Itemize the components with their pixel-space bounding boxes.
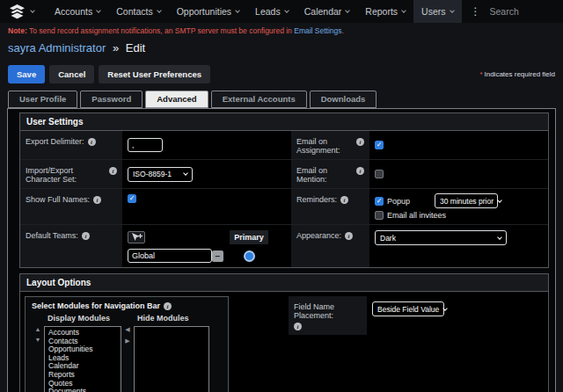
- chevron-down-icon: [497, 235, 502, 240]
- appearance-value-cell: Dark: [369, 224, 548, 267]
- layout-options-panel: Layout Options Select Modules for Naviga…: [19, 273, 549, 392]
- user-settings-panel: User Settings Export Delimiter: i Email …: [19, 113, 549, 268]
- cancel-button[interactable]: Cancel: [49, 65, 94, 83]
- nav-item-accounts[interactable]: Accounts: [47, 0, 108, 23]
- required-text: Indicates required field: [485, 70, 556, 78]
- field-name-placement-selected-value: Beside Field Value: [377, 305, 439, 314]
- field-name-placement-label-cell: Field Name Placement: i: [289, 296, 367, 335]
- email-on-mention-label-cell: Email on Mention: i: [291, 159, 369, 188]
- popup-reminder-checkbox[interactable]: ✓: [375, 197, 384, 206]
- charset-label-cell: Import/Export Character Set: i: [20, 159, 122, 188]
- breadcrumb: sayra Administrator » Edit: [0, 35, 563, 54]
- nav-item-reports[interactable]: Reports: [357, 0, 413, 23]
- more-modules-kebab-icon[interactable]: ⋮: [462, 5, 490, 18]
- display-modules-listbox[interactable]: Accounts Contacts Opportunities Leads Ca…: [44, 326, 121, 392]
- app-logo-layers-icon[interactable]: [9, 4, 26, 19]
- nav-item-calendar[interactable]: Calendar: [296, 0, 358, 23]
- email-all-invitees-checkbox[interactable]: [375, 211, 384, 220]
- charset-selected-value: ISO-8859-1: [133, 170, 172, 178]
- nav-item-opportunities[interactable]: Opportunities: [169, 0, 247, 23]
- field-name-placement-select[interactable]: Beside Field Value: [372, 301, 444, 316]
- export-delimiter-value-cell: [122, 131, 291, 159]
- email-on-mention-checkbox[interactable]: [375, 170, 384, 178]
- info-icon[interactable]: i: [356, 167, 364, 175]
- info-icon[interactable]: i: [356, 138, 364, 146]
- list-item[interactable]: Documents: [45, 388, 121, 392]
- field-label: Appearance:: [296, 231, 341, 240]
- info-icon[interactable]: i: [345, 232, 353, 240]
- nav-item-leads[interactable]: Leads: [247, 0, 296, 23]
- move-down-icon[interactable]: ▼: [35, 337, 41, 343]
- field-label: Field Name Placement:: [294, 302, 362, 320]
- field-label: Export Delimiter:: [26, 137, 84, 146]
- appearance-selected-value: Dark: [380, 234, 396, 243]
- team-name-input[interactable]: [128, 249, 212, 263]
- primary-team-radio[interactable]: [245, 252, 253, 260]
- search-input[interactable]: [490, 6, 563, 17]
- export-delimiter-label-cell: Export Delimiter: i: [20, 131, 122, 159]
- popup-timing-select[interactable]: 30 minutes prior: [435, 193, 498, 208]
- info-icon[interactable]: i: [294, 323, 302, 330]
- nav-item-label: Opportunities: [177, 6, 231, 17]
- email-on-assignment-value-cell: ✓: [369, 131, 548, 159]
- charset-select[interactable]: ISO-8859-1: [128, 167, 193, 182]
- export-delimiter-input[interactable]: [128, 138, 163, 152]
- advanced-tab-content: User Settings Export Delimiter: i Email …: [7, 108, 556, 392]
- field-name-placement-row: Field Name Placement: i Beside Field Val…: [289, 296, 450, 335]
- info-icon[interactable]: i: [164, 302, 172, 310]
- tab-external-accounts[interactable]: External Accounts: [211, 91, 307, 108]
- tab-downloads[interactable]: Downloads: [310, 91, 377, 108]
- info-icon[interactable]: i: [109, 167, 117, 175]
- nav-item-users[interactable]: Users: [413, 0, 461, 23]
- required-asterisk: *: [479, 70, 482, 78]
- appearance-label-cell: Appearance: i: [291, 224, 369, 267]
- tab-password[interactable]: Password: [80, 91, 143, 108]
- info-icon[interactable]: i: [93, 196, 101, 204]
- info-icon[interactable]: i: [82, 232, 90, 240]
- email-all-invitees-label: Email all invitees: [387, 211, 446, 220]
- remove-team-button[interactable]: −: [212, 250, 223, 262]
- save-button[interactable]: Save: [8, 65, 45, 83]
- chevron-down-icon: [345, 8, 350, 13]
- email-on-assignment-label-cell: Email on Assignment: i: [291, 131, 369, 159]
- tab-advanced[interactable]: Advanced: [145, 91, 208, 108]
- popup-timing-selected-value: 30 minutes prior: [440, 197, 494, 206]
- hide-modules-listbox[interactable]: [134, 326, 209, 392]
- info-icon[interactable]: i: [340, 196, 348, 204]
- edit-toolbar: Save Cancel Reset User Preferences *Indi…: [0, 54, 563, 83]
- chevron-down-icon: [183, 171, 188, 176]
- add-team-button[interactable]: [128, 231, 145, 243]
- reminders-value-cell: ✓ Popup 30 minutes prior Email all invit…: [369, 188, 548, 224]
- move-up-icon[interactable]: ▲: [35, 326, 41, 332]
- email-on-mention-value-cell: [369, 159, 548, 188]
- display-modules-label: Display Modules: [48, 314, 121, 323]
- nav-item-label: Contacts: [116, 6, 152, 17]
- reset-user-preferences-button[interactable]: Reset User Preferences: [99, 65, 210, 83]
- info-icon[interactable]: i: [88, 138, 96, 146]
- charset-value-cell: ISO-8859-1: [122, 159, 291, 188]
- layout-options-title: Layout Options: [20, 274, 548, 292]
- field-label: Email on Assignment:: [296, 137, 353, 155]
- tab-user-profile[interactable]: User Profile: [8, 91, 77, 108]
- move-right-icon[interactable]: ▶: [125, 338, 129, 345]
- move-left-icon[interactable]: ◀: [125, 326, 129, 333]
- required-field-note: *Indicates required field: [479, 70, 555, 78]
- breadcrumb-record-link[interactable]: sayra Administrator: [8, 41, 106, 54]
- select-modules-title: Select Modules for Navigation Bar: [32, 301, 160, 310]
- field-label: Email on Mention:: [296, 166, 353, 184]
- field-label: Default Teams:: [26, 231, 78, 240]
- nav-item-contacts[interactable]: Contacts: [108, 0, 168, 23]
- email-on-assignment-checkbox[interactable]: ✓: [375, 141, 384, 149]
- popup-reminder-label: Popup: [387, 197, 410, 206]
- default-teams-label-cell: Default Teams: i: [20, 224, 122, 267]
- email-settings-link[interactable]: Email Settings: [294, 26, 341, 35]
- field-name-placement-value-cell: Beside Field Value: [367, 296, 450, 321]
- layout-options-body: Select Modules for Navigation Bar i ▲ ▼ …: [20, 292, 548, 392]
- nav-item-label: Calendar: [304, 6, 342, 17]
- appearance-select[interactable]: Dark: [375, 230, 507, 245]
- show-full-names-value-cell: ✓: [122, 188, 291, 224]
- logo-menu-chevron-down-icon[interactable]: [30, 8, 35, 13]
- smtp-note-prefix: Note:: [8, 26, 27, 35]
- show-full-names-checkbox[interactable]: ✓: [128, 194, 136, 203]
- nav-item-label: Leads: [255, 6, 281, 17]
